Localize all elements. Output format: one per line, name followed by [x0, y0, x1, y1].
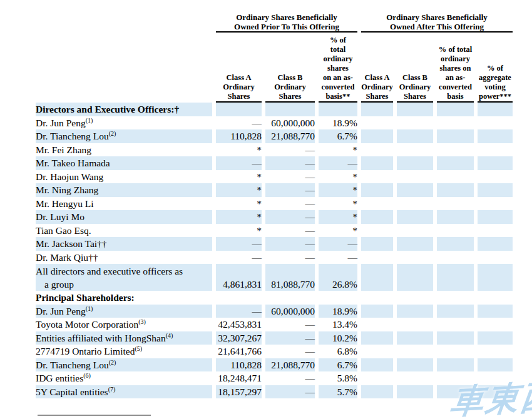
shareholder-name-cell: All directors and executive officers asa…: [36, 264, 212, 291]
value-cell: 26.8%: [319, 264, 357, 291]
table-row: 5Y Capital entities(7)18,157,297—5.7%: [36, 385, 513, 399]
value-cell: [478, 156, 513, 170]
value-cell: 6.7%: [319, 358, 357, 372]
value-cell: [397, 116, 433, 130]
value-cell: 6.7%: [319, 129, 357, 143]
value-cell: 81,088,770: [265, 264, 315, 291]
header-spacer: [36, 9, 212, 33]
table-row: All directors and executive officers asa…: [36, 264, 513, 291]
value-cell: [361, 237, 393, 251]
shareholder-name-cell: Dr. Tiancheng Lou(2): [36, 129, 212, 143]
value-cell: [397, 385, 433, 399]
value-cell: [478, 237, 513, 251]
value-cell: *: [319, 224, 357, 238]
value-cell: 4,861,831: [216, 264, 262, 291]
value-cell: [361, 291, 393, 305]
value-cell: [437, 210, 474, 224]
column-header-0: Class AOrdinaryShares: [216, 33, 262, 103]
value-cell: [397, 210, 433, 224]
shareholder-name-cell: Mr. Takeo Hamada: [36, 156, 212, 170]
value-cell: [397, 197, 433, 211]
value-cell: *: [319, 183, 357, 197]
footnote-marker: (2): [109, 358, 116, 365]
value-cell: [478, 183, 513, 197]
value-cell: [478, 129, 513, 143]
value-cell: [216, 103, 262, 116]
value-cell: [437, 305, 474, 318]
value-cell: 18,157,297: [216, 385, 262, 399]
value-cell: *: [319, 210, 357, 224]
value-cell: —: [216, 156, 262, 170]
value-cell: 13.4%: [319, 318, 357, 331]
footnote-marker: (5): [135, 345, 142, 352]
value-cell: 21,088,770: [265, 358, 315, 372]
value-cell: [319, 291, 357, 305]
value-cell: 60,000,000: [265, 116, 315, 130]
value-cell: [361, 318, 393, 331]
column-header-1: Class BOrdinaryShares: [265, 33, 315, 103]
value-cell: *: [216, 224, 262, 238]
value-cell: [437, 143, 474, 157]
value-cell: —: [265, 197, 315, 211]
shareholder-name-cell: Tian Gao Esq.: [36, 224, 212, 238]
value-cell: [361, 224, 393, 238]
table-row: Mr. Ning Zhang*—*: [36, 183, 513, 197]
value-cell: [397, 358, 433, 372]
table-row: Mr. Hengyu Li*—*: [36, 197, 513, 211]
value-cell: [437, 345, 474, 358]
value-cell: [437, 183, 474, 197]
value-cell: [361, 210, 393, 224]
section-row: Principal Shareholders:: [36, 291, 513, 305]
value-cell: *: [216, 197, 262, 211]
value-cell: [361, 183, 393, 197]
table-row: IDG entities(6)18,248,471—5.8%: [36, 371, 513, 385]
table-row: Toyota Motor Corporation(3)42,453,831—13…: [36, 318, 513, 331]
shareholder-name-cell: 2774719 Ontario Limited(5): [36, 345, 212, 358]
document-page: Ordinary Shares BeneficiallyOwned Prior …: [0, 0, 532, 419]
value-cell: —: [265, 251, 315, 265]
value-cell: [361, 264, 393, 291]
value-cell: [397, 251, 433, 265]
value-cell: [265, 291, 315, 305]
footnote-marker: (2): [109, 130, 116, 137]
column-header-5: % of totalordinaryshares onan as-convert…: [437, 33, 474, 103]
value-cell: *: [216, 170, 262, 184]
section-row: Directors and Executive Officers:†: [36, 103, 513, 116]
footnote-separator-line: [38, 415, 151, 416]
shareholder-name-cell: Entities affiliated with HongShan(4): [36, 331, 212, 345]
table-row: Mr. Takeo Hamada———: [36, 156, 513, 170]
value-cell: [478, 371, 513, 385]
value-cell: [478, 345, 513, 358]
value-cell: 18.9%: [319, 116, 357, 130]
value-cell: [361, 103, 393, 116]
value-cell: —: [265, 385, 315, 399]
value-cell: 6.8%: [319, 345, 357, 358]
value-cell: [397, 305, 433, 318]
value-cell: [478, 291, 513, 305]
shareholder-name-cell: Dr. Jun Peng(1): [36, 116, 212, 130]
value-cell: [397, 237, 433, 251]
value-cell: [397, 291, 433, 305]
value-cell: [216, 291, 262, 305]
value-cell: —: [265, 170, 315, 184]
value-cell: [478, 331, 513, 345]
value-cell: [437, 129, 474, 143]
value-cell: —: [265, 318, 315, 331]
value-cell: [437, 331, 474, 345]
value-cell: *: [216, 210, 262, 224]
value-cell: 32,307,267: [216, 331, 262, 345]
value-cell: [397, 170, 433, 184]
value-cell: [437, 156, 474, 170]
footnote-marker: (4): [166, 331, 173, 338]
value-cell: —: [265, 224, 315, 238]
value-cell: 42,453,831: [216, 318, 262, 331]
value-cell: 110,828: [216, 129, 262, 143]
shareholder-name-cell: Principal Shareholders:: [36, 291, 212, 305]
value-cell: 110,828: [216, 358, 262, 372]
value-cell: *: [319, 197, 357, 211]
footnote-marker: (1): [86, 116, 93, 123]
value-cell: [361, 345, 393, 358]
value-cell: [478, 318, 513, 331]
value-cell: [437, 116, 474, 130]
value-cell: [397, 371, 433, 385]
